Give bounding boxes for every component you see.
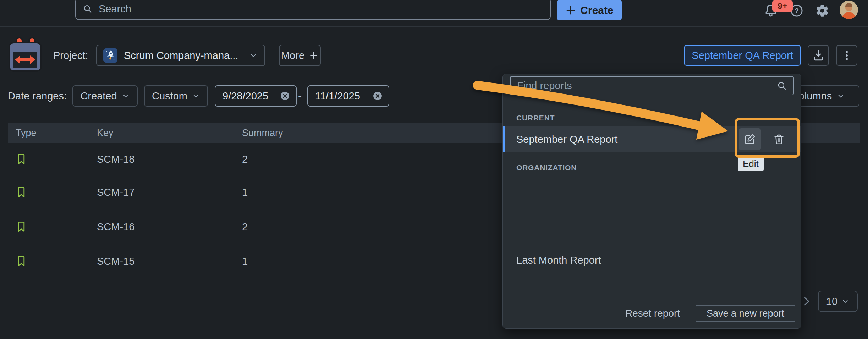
- issue-summary: 1: [242, 255, 248, 267]
- user-avatar[interactable]: [840, 1, 858, 19]
- search-icon: [82, 4, 93, 14]
- more-projects-button[interactable]: More: [279, 45, 321, 66]
- report-name: September QA Report: [516, 134, 617, 145]
- notification-count-badge: 9+: [772, 0, 793, 12]
- project-name: Scrum Company-mana...: [124, 50, 242, 61]
- project-label: Project:: [53, 50, 88, 61]
- reports-popup: CURRENT September QA Report ORGANIZATION…: [502, 74, 801, 329]
- create-button[interactable]: Create: [557, 0, 622, 20]
- delete-report-button[interactable]: [768, 128, 790, 150]
- chevron-down-icon: [121, 92, 130, 100]
- export-download-button[interactable]: [808, 45, 829, 66]
- chevron-down-icon: [836, 91, 845, 101]
- project-selector-dropdown[interactable]: Scrum Company-mana...: [96, 45, 265, 66]
- search-icon: [776, 80, 787, 91]
- create-button-label: Create: [580, 4, 613, 16]
- issue-summary: 1: [242, 187, 248, 198]
- project-avatar-rocket-icon: [103, 48, 117, 63]
- story-bookmark-icon: [15, 255, 28, 268]
- find-reports-input[interactable]: [516, 80, 776, 92]
- current-report-button[interactable]: September QA Report: [684, 45, 801, 66]
- date-range-separator: -: [298, 90, 302, 102]
- issue-key[interactable]: SCM-18: [97, 154, 134, 165]
- start-date-value: 9/28/2025: [223, 90, 275, 102]
- more-label: More: [281, 50, 304, 61]
- issue-key[interactable]: SCM-17: [97, 187, 134, 198]
- global-search[interactable]: [75, 0, 551, 20]
- date-ranges-app-icon: [8, 37, 43, 72]
- settings-gear-button[interactable]: [814, 3, 830, 18]
- range-type-value: Custom: [152, 90, 187, 102]
- more-options-kebab-button[interactable]: [836, 45, 857, 66]
- story-bookmark-icon: [15, 186, 28, 199]
- find-reports-search[interactable]: [510, 76, 794, 95]
- plus-icon: [565, 5, 576, 16]
- edit-report-button[interactable]: [739, 128, 761, 150]
- chevron-down-icon: [249, 51, 258, 60]
- end-date-value: 11/1/2025: [315, 90, 367, 102]
- date-ranges-label: Date ranges:: [8, 90, 67, 102]
- chevron-down-icon: [192, 92, 200, 100]
- top-navigation-bar: Create 9+ ?: [0, 0, 868, 27]
- column-header-key[interactable]: Key: [97, 128, 114, 139]
- table-row[interactable]: SCM-15 1: [8, 245, 501, 278]
- date-field-value: Created: [80, 90, 117, 102]
- next-page-button[interactable]: [800, 295, 813, 308]
- column-header-summary[interactable]: Summary: [242, 128, 283, 139]
- chevron-down-icon: [841, 297, 850, 306]
- clear-end-date-icon[interactable]: [372, 91, 383, 101]
- search-input[interactable]: [98, 3, 544, 15]
- table-row[interactable]: SCM-16 2: [8, 210, 501, 243]
- story-bookmark-icon: [15, 220, 28, 233]
- save-new-report-button[interactable]: Save a new report: [696, 305, 795, 322]
- start-date-field[interactable]: 9/28/2025: [215, 85, 297, 107]
- range-type-dropdown[interactable]: Custom: [144, 85, 208, 107]
- section-header-current: CURRENT: [516, 114, 555, 122]
- table-row[interactable]: SCM-18 2: [8, 143, 501, 176]
- issue-summary: 2: [242, 154, 248, 165]
- clear-start-date-icon[interactable]: [280, 91, 290, 101]
- section-header-organization: ORGANIZATION: [516, 163, 577, 172]
- issue-summary: 2: [242, 221, 248, 233]
- page-size-dropdown[interactable]: 10: [818, 291, 858, 312]
- date-field-dropdown[interactable]: Created: [72, 85, 138, 107]
- table-row[interactable]: SCM-17 1: [8, 176, 501, 209]
- app-root: Create 9+ ? Project:: [0, 0, 868, 339]
- issue-key[interactable]: SCM-15: [97, 255, 134, 267]
- column-header-type[interactable]: Type: [16, 128, 37, 139]
- issue-key[interactable]: SCM-16: [97, 221, 134, 233]
- edit-tooltip: Edit: [738, 157, 764, 171]
- end-date-field[interactable]: 11/1/2025: [307, 85, 389, 107]
- svg-text:?: ?: [795, 7, 799, 15]
- story-bookmark-icon: [15, 153, 28, 166]
- report-item-organization[interactable]: Last Month Report: [516, 254, 601, 266]
- page-size-value: 10: [826, 296, 837, 307]
- plus-icon: [309, 50, 319, 60]
- reset-report-button[interactable]: Reset report: [625, 308, 680, 319]
